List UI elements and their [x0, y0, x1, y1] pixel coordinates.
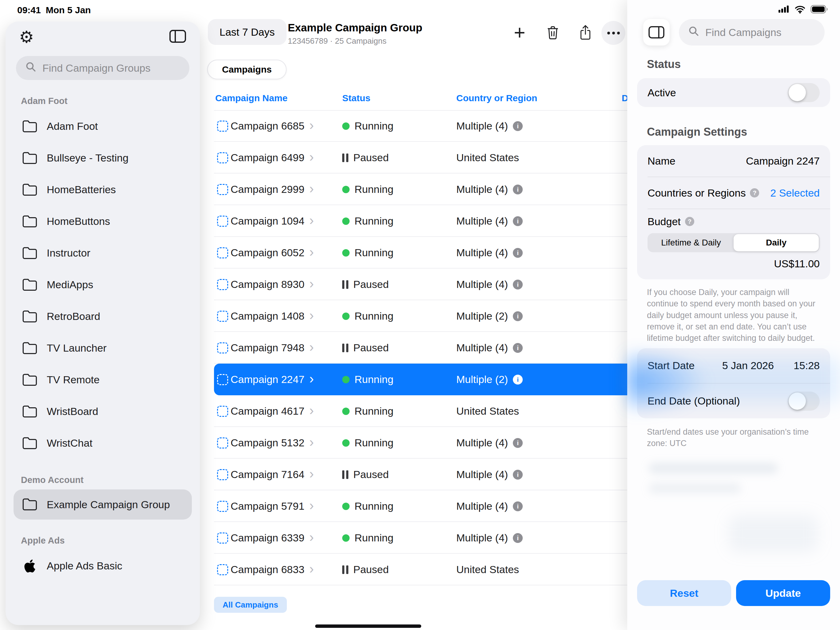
row-checkbox[interactable] [217, 216, 228, 227]
row-checkbox[interactable] [217, 311, 228, 322]
update-button[interactable]: Update [736, 580, 830, 606]
sidebar-item[interactable]: TV Launcher [6, 332, 200, 364]
sidebar-item-label: Instructor [47, 247, 90, 259]
info-icon[interactable]: i [513, 121, 523, 131]
running-dot-icon [342, 376, 350, 383]
end-date-toggle[interactable] [788, 392, 820, 411]
row-checkbox[interactable] [217, 152, 228, 163]
segment-lifetime-daily[interactable]: Lifetime & Daily [649, 234, 734, 251]
folder-icon [21, 247, 39, 260]
countries-row[interactable]: Countries or Regions ? 2 Selected [647, 177, 830, 209]
delete-button[interactable] [541, 21, 565, 44]
sidebar-item[interactable]: TV Remote [6, 364, 200, 396]
campaign-row[interactable]: Campaign 5791›RunningMultiple (4)i [200, 490, 627, 522]
sidebar-item[interactable]: WristChat [6, 427, 200, 459]
sidebar-item-label: Bullseye - Testing [47, 152, 128, 164]
row-checkbox[interactable] [217, 342, 228, 353]
settings-gear-icon[interactable]: ⚙ [19, 28, 34, 45]
active-toggle[interactable] [788, 83, 820, 102]
campaign-row[interactable]: Campaign 4617›RunningUnited States [200, 395, 627, 427]
campaign-row[interactable]: Campaign 2999›RunningMultiple (4)i [200, 174, 627, 205]
row-checkbox[interactable] [217, 437, 228, 448]
sidebar-item[interactable]: HomeBatteries [6, 174, 200, 206]
campaign-row[interactable]: Campaign 6685›RunningMultiple (4)i [200, 110, 627, 142]
column-header-clipped[interactable]: D [622, 93, 627, 103]
info-icon[interactable]: i [513, 533, 523, 543]
info-icon[interactable]: i [513, 470, 523, 480]
campaign-row[interactable]: Campaign 1094›RunningMultiple (4)i [200, 205, 627, 237]
row-checkbox[interactable] [217, 564, 228, 575]
sidebar-item[interactable]: Example Campaign Group [14, 489, 192, 519]
help-icon[interactable]: ? [685, 217, 694, 226]
countries-value[interactable]: 2 Selected [770, 187, 820, 199]
row-checkbox[interactable] [217, 469, 228, 480]
info-icon[interactable]: i [513, 502, 523, 511]
campaign-row[interactable]: Campaign 8930›PausedMultiple (4)i [200, 269, 627, 300]
row-checkbox[interactable] [217, 406, 228, 417]
segment-daily[interactable]: Daily [734, 234, 819, 251]
all-campaigns-button[interactable]: All Campaigns [214, 597, 287, 613]
date-range-button[interactable]: Last 7 Days [208, 19, 287, 45]
info-icon[interactable]: i [513, 375, 523, 385]
folder-icon [21, 310, 39, 323]
row-checkbox[interactable] [217, 532, 228, 544]
start-time-value[interactable]: 15:28 [794, 359, 820, 372]
column-header-status[interactable]: Status [342, 93, 371, 103]
info-icon[interactable]: i [513, 311, 523, 321]
sidebar-item[interactable]: HomeButtons [6, 206, 200, 237]
sidebar-item[interactable]: MediApps [6, 269, 200, 301]
chevron-right-icon: › [309, 372, 314, 385]
row-checkbox[interactable] [217, 374, 228, 385]
add-campaign-button[interactable]: + [508, 21, 531, 44]
row-checkbox[interactable] [217, 501, 228, 512]
more-options-button[interactable] [602, 21, 625, 45]
info-icon[interactable]: i [513, 216, 523, 226]
chevron-right-icon: › [309, 499, 314, 512]
paused-icon [342, 280, 348, 289]
campaign-row[interactable]: Campaign 7164›PausedMultiple (4)i [200, 459, 627, 490]
toggle-inspector-icon[interactable] [643, 19, 669, 46]
campaign-row[interactable]: Campaign 6499›PausedUnited States [200, 142, 627, 174]
status-bar: 09:41 Mon 5 Jan [0, 0, 840, 19]
toggle-sidebar-icon[interactable] [169, 30, 186, 44]
campaign-row[interactable]: Campaign 6339›RunningMultiple (4)i [200, 522, 627, 554]
campaigns-main-area: Last 7 Days Example Campaign Group 12345… [200, 0, 627, 630]
info-icon[interactable]: i [513, 343, 523, 353]
budget-section: Budget ? Lifetime & Daily Daily US$11.00 [637, 209, 830, 270]
info-icon[interactable]: i [513, 280, 523, 290]
campaign-row[interactable]: Campaign 6052›RunningMultiple (4)i [200, 237, 627, 269]
budget-amount[interactable]: US$11.00 [647, 258, 820, 270]
info-icon[interactable]: i [513, 438, 523, 448]
find-campaign-groups-search[interactable]: Find Campaign Groups [16, 56, 189, 80]
sidebar-item[interactable]: Instructor [6, 237, 200, 269]
region-label: Multiple (4) [456, 469, 508, 481]
find-campaigns-search[interactable]: Find Campaigns [679, 19, 825, 46]
home-indicator[interactable] [315, 624, 421, 628]
region-label: Multiple (2) [456, 374, 508, 385]
campaign-row[interactable]: Campaign 1408›RunningMultiple (2)i [200, 300, 627, 332]
sidebar-item[interactable]: WristBoard [6, 396, 200, 427]
sidebar-item[interactable]: Apple Ads Basic [6, 550, 200, 582]
sidebar-item[interactable]: RetroBoard [6, 301, 200, 332]
row-checkbox[interactable] [217, 279, 228, 290]
column-header-country[interactable]: Country or Region [456, 93, 537, 103]
row-checkbox[interactable] [217, 184, 228, 195]
column-header-campaign-name[interactable]: Campaign Name [215, 93, 287, 103]
row-checkbox[interactable] [217, 120, 228, 131]
reset-button[interactable]: Reset [637, 580, 731, 606]
folder-icon [21, 437, 39, 450]
sidebar-item[interactable]: Adam Foot [6, 111, 200, 142]
help-icon[interactable]: ? [750, 188, 759, 198]
sidebar-item[interactable]: Bullseye - Testing [6, 142, 200, 174]
start-date-value[interactable]: 5 Jan 2026 [722, 359, 774, 372]
campaign-row[interactable]: Campaign 7948›PausedMultiple (4)i [200, 332, 627, 364]
info-icon[interactable]: i [513, 248, 523, 258]
tab-campaigns[interactable]: Campaigns [207, 60, 287, 79]
info-icon[interactable]: i [513, 185, 523, 195]
campaign-row[interactable]: Campaign 6833›PausedUnited States [200, 554, 627, 586]
row-checkbox[interactable] [217, 247, 228, 258]
campaign-row[interactable]: Campaign 5132›RunningMultiple (4)i [200, 427, 627, 459]
share-button[interactable] [574, 21, 597, 44]
active-row: Active [637, 78, 830, 107]
campaign-row[interactable]: Campaign 2247›RunningMultiple (2)i [200, 364, 627, 395]
